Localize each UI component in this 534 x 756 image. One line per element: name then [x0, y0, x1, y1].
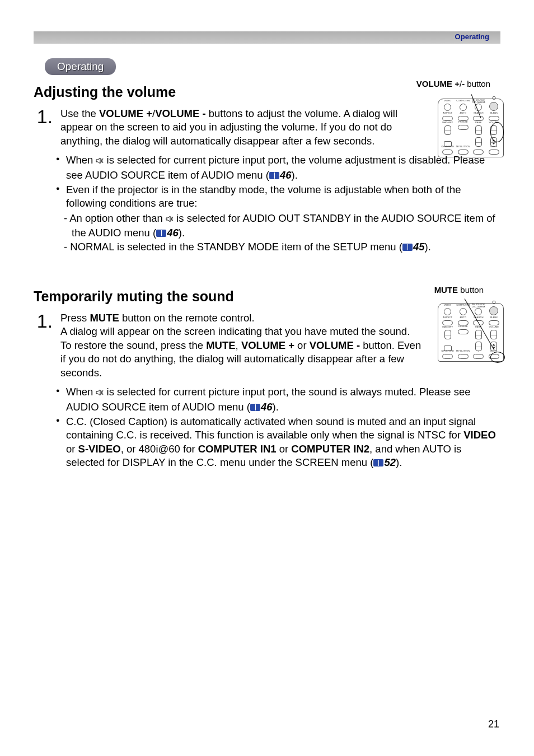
svg-marker-4: [96, 158, 100, 164]
mute-button-caption: MUTE button: [434, 286, 484, 295]
remote-mybutton2-button: [473, 354, 484, 359]
remote-page-button: [475, 330, 482, 339]
remote-mybutton1-button: [458, 354, 469, 359]
remote-computer-button: [460, 308, 467, 315]
section1-step-body: Use the VOLUME +/VOLUME - buttons to adj…: [60, 107, 422, 148]
remote-search-button: [473, 116, 484, 121]
svg-marker-3: [493, 143, 495, 145]
header-bar: Operating: [34, 31, 500, 44]
remote-illustration-mute: VIDEO COMPUTER MY SOURCE/ DOC.CAMERA ASP…: [438, 303, 504, 362]
page-number: 21: [488, 718, 499, 730]
remote-control: VIDEO COMPUTER MY SOURCE/ DOC.CAMERA ASP…: [438, 99, 504, 157]
remote-power-button: [489, 102, 498, 111]
remote-illustration-volume: VIDEO COMPUTER MY SOURCE/ DOC.CAMERA ASP…: [438, 99, 504, 157]
section1-bullet1: When is selected for current picture inp…: [58, 153, 500, 182]
mute-icon: [96, 155, 104, 168]
book-reference-icon: [156, 230, 166, 237]
remote-updown-button: [475, 137, 482, 147]
remote-blank-button: [489, 116, 499, 121]
remote-computer-button: [460, 104, 467, 111]
section1-bullet2: Even if the projector is in the standby …: [58, 183, 500, 254]
section2-title: Temporarily muting the sound: [34, 287, 500, 306]
remote-power-button: [489, 306, 498, 315]
svg-marker-7: [166, 216, 170, 222]
remote-mysource-button: [475, 308, 482, 315]
mute-icon: [96, 386, 104, 400]
remote-volume-button: [490, 330, 497, 339]
book-reference-icon: [250, 404, 260, 411]
section2-bullet2: C.C. (Closed Caption) is automatically a…: [58, 415, 500, 470]
remote-control: VIDEO COMPUTER MY SOURCE/ DOC.CAMERA ASP…: [438, 303, 504, 362]
remote-video-button: [444, 308, 451, 315]
remote-page-button: [475, 125, 482, 135]
section-pill: Operating: [45, 58, 116, 75]
step-number: 1.: [34, 107, 56, 126]
svg-marker-12: [493, 344, 495, 346]
remote-arrow-button: [490, 137, 497, 147]
caption-volplus: VOLUME +: [416, 79, 460, 88]
remote-freeze-button: [458, 329, 469, 334]
svg-marker-14: [96, 390, 100, 395]
power-icon: [491, 300, 496, 306]
remote-updown-button: [475, 342, 482, 351]
remote-magnify-button: [444, 125, 451, 135]
svg-marker-2: [493, 139, 495, 142]
remote-keystone-button: [442, 354, 453, 359]
remote-aspect-button: [442, 116, 453, 121]
book-reference-icon: [269, 172, 279, 179]
remote-freeze-button: [458, 125, 469, 130]
mute-icon: [166, 213, 174, 226]
page-content: Adjusting the volume VOLUME +/- button V…: [34, 83, 500, 711]
volume-button-caption: VOLUME +/- button: [416, 80, 490, 89]
remote-blank-button: [489, 320, 499, 325]
section1-sub1: An option other than is selected for AUD…: [66, 212, 500, 240]
section1-sub2: NORMAL is selected in the STANDBY MODE i…: [66, 240, 500, 254]
book-reference-icon: [402, 244, 413, 251]
remote-magnify-button: [444, 330, 451, 339]
header-section-label: Operating: [455, 32, 489, 41]
section2-step-body: Press MUTE button on the remote control.…: [60, 311, 422, 380]
remote-aspect-button: [442, 320, 453, 325]
step-number: 1.: [34, 311, 56, 330]
power-icon: [491, 95, 496, 101]
section2-bullet1: When is selected for current picture inp…: [58, 385, 500, 414]
book-reference-icon: [373, 459, 383, 466]
remote-video-button: [444, 104, 451, 111]
remote-mute-button: [489, 354, 499, 359]
remote-volume-button: [490, 125, 497, 135]
